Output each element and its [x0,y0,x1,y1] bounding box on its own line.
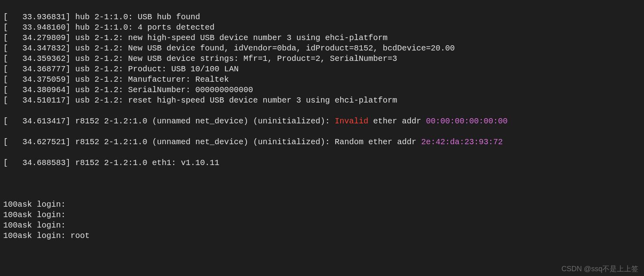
blank-line [3,272,641,276]
kernel-log-random: [ 34.627521] r8152 2-1.2:1.0 (unnamed ne… [3,137,641,147]
kernel-log-line: [ 34.368777] usb 2-1.2: Product: USB 10/… [3,64,641,75]
login-prompt-line: 100ask login: [3,210,641,220]
kernel-log-line: [ 33.948160] hub 2-1:1.0: 4 ports detect… [3,22,641,33]
blank-line [3,179,641,189]
kernel-log-line: [ 34.347832] usb 2-1.2: New USB device f… [3,43,641,54]
kernel-log-last: [ 34.688583] r8152 2-1.2:1.0 eth1: v1.10… [3,158,641,168]
kernel-log-invalid: [ 34.613417] r8152 2-1.2:1.0 (unnamed ne… [3,116,641,127]
login-prompts: 100ask login:100ask login:100ask login:1… [3,199,641,241]
terminal-output[interactable]: [ 33.936831] hub 2-1:1.0: USB hub found[… [3,2,641,276]
kernel-log-line: [ 34.375059] usb 2-1.2: Manufacturer: Re… [3,75,641,85]
login-prompt-line: 100ask login: [3,199,641,210]
login-prompt-line: 100ask login: [3,220,641,231]
watermark-text: CSDN @ssq不是上上签 [562,264,638,274]
kernel-log-line: [ 34.510117] usb 2-1.2: reset high-speed… [3,95,641,106]
kernel-log-line: [ 34.359362] usb 2-1.2: New USB device s… [3,54,641,64]
login-prompt-line: 100ask login: root [3,231,641,241]
kernel-log-line: [ 33.936831] hub 2-1:1.0: USB hub found [3,12,641,22]
kernel-log-lines: [ 33.936831] hub 2-1:1.0: USB hub found[… [3,12,641,106]
blank-line [3,252,641,262]
kernel-log-line: [ 34.380964] usb 2-1.2: SerialNumber: 00… [3,85,641,95]
kernel-log-line: [ 34.279809] usb 2-1.2: new high-speed U… [3,33,641,43]
